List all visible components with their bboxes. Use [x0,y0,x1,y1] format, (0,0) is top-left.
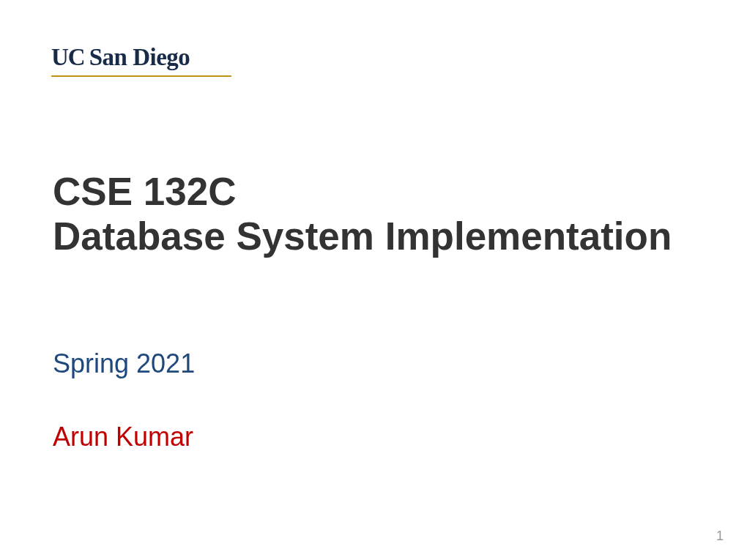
logo-sandiego: San Diego [89,44,190,70]
course-code: CSE 132C [53,170,703,214]
logo-text: UCSan Diego [51,44,231,71]
logo-underline [51,75,231,77]
university-logo: UCSan Diego [51,44,231,77]
course-name: Database System Implementation [53,214,703,259]
logo-uc: UC [51,44,85,70]
page-number: 1 [716,529,724,544]
author-label: Arun Kumar [53,422,193,452]
term-label: Spring 2021 [53,348,195,379]
slide-title: CSE 132C Database System Implementation [53,170,703,259]
